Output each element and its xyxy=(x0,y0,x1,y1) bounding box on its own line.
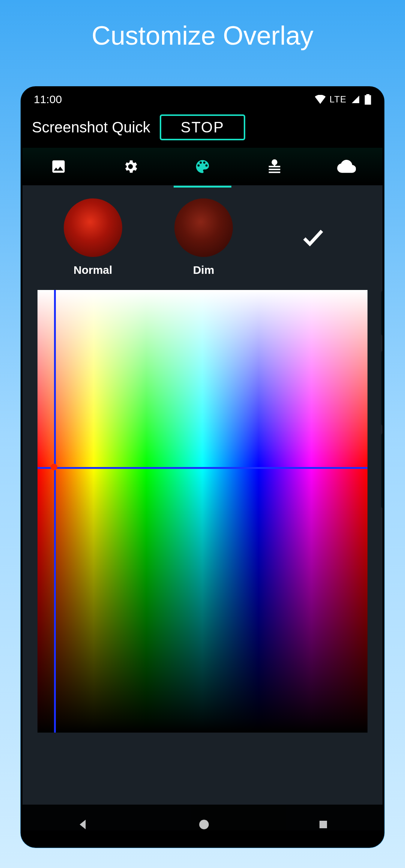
svg-point-2 xyxy=(199,820,209,829)
app-header: Screenshot Quick STOP xyxy=(22,111,382,148)
nav-home-button[interactable] xyxy=(198,818,210,832)
swatch-dim-preview xyxy=(174,198,233,257)
device-frame: 11:00 LTE Screenshot Quick STOP xyxy=(21,86,384,848)
battery-icon xyxy=(364,94,371,105)
volume-down-button xyxy=(381,433,384,508)
cloud-icon xyxy=(337,157,356,176)
picker-crosshair-v xyxy=(54,290,56,733)
swatch-normal-preview xyxy=(64,198,122,257)
tab-gallery[interactable] xyxy=(22,148,94,185)
nav-recent-button[interactable] xyxy=(318,819,329,832)
nav-back-button[interactable] xyxy=(76,817,90,833)
status-bar: 11:00 LTE xyxy=(22,88,382,111)
promo-title: Customize Overlay xyxy=(0,0,405,51)
swatch-dim[interactable]: Dim xyxy=(174,198,233,276)
check-icon xyxy=(300,224,326,251)
swatch-normal[interactable]: Normal xyxy=(64,198,122,276)
signal-icon xyxy=(350,95,361,104)
content-area: Normal Dim xyxy=(22,185,382,830)
svg-rect-0 xyxy=(365,95,371,105)
picker-crosshair-dot xyxy=(51,464,57,470)
donate-icon xyxy=(266,158,283,175)
recent-icon xyxy=(318,819,329,830)
gear-icon xyxy=(122,158,139,175)
back-icon xyxy=(76,817,90,832)
home-icon xyxy=(198,818,210,831)
svg-rect-3 xyxy=(320,821,327,828)
swatch-dim-label: Dim xyxy=(174,264,233,276)
network-label: LTE xyxy=(330,94,346,105)
stop-button[interactable]: STOP xyxy=(160,114,245,140)
volume-up-button xyxy=(381,351,384,426)
palette-icon xyxy=(194,158,211,175)
confirm-button[interactable] xyxy=(285,224,341,251)
tab-settings[interactable] xyxy=(94,148,166,185)
tab-donate[interactable] xyxy=(238,148,310,185)
tab-bar xyxy=(22,148,382,185)
wifi-icon xyxy=(315,95,326,104)
android-nav-bar xyxy=(22,805,382,846)
picker-crosshair-h xyxy=(38,467,368,469)
status-time: 11:00 xyxy=(34,93,62,106)
power-button xyxy=(381,291,384,336)
color-picker[interactable] xyxy=(38,290,368,733)
tab-palette[interactable] xyxy=(166,148,238,185)
swatch-row: Normal Dim xyxy=(38,198,368,276)
app-title: Screenshot Quick xyxy=(32,119,150,136)
swatch-normal-label: Normal xyxy=(64,264,122,276)
svg-rect-1 xyxy=(366,94,369,96)
tab-cloud[interactable] xyxy=(310,148,382,185)
gallery-icon xyxy=(50,158,67,175)
